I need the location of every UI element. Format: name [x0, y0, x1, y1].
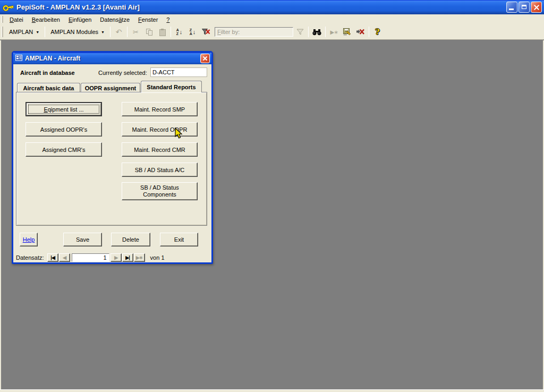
- save-icon: [343, 28, 351, 36]
- help-button[interactable]: Help: [20, 233, 38, 246]
- sort-ascending-button[interactable]: AZ ↓: [173, 26, 185, 38]
- equipment-list-button[interactable]: Eqipment list ...: [26, 102, 102, 116]
- restore-button[interactable]: [518, 2, 530, 13]
- toolbar-separator: [110, 27, 110, 37]
- amplan-menu-button[interactable]: AMPLAN ▼: [5, 27, 43, 37]
- aircraft-dialog: AMPLAN - Aircraft Aircraft in database C…: [12, 51, 213, 264]
- record-navigator: Datensatz: |◀ ◀ ▶ ▶| ▶∗ von 1: [16, 253, 165, 262]
- close-icon: [533, 4, 540, 11]
- find-button[interactable]: [311, 26, 323, 38]
- scissors-icon: ✂: [133, 28, 139, 36]
- undo-icon: ↶: [116, 28, 122, 36]
- sb-ad-status-components-button[interactable]: SB / AD Status Components: [122, 182, 198, 200]
- first-record-icon: |◀: [50, 255, 54, 260]
- toolbar-grip-handle[interactable]: [2, 27, 3, 37]
- filter-by-input[interactable]: Filter by:: [215, 27, 293, 37]
- toolbar-separator: [308, 27, 309, 37]
- workspace-area: AMPLAN - Aircraft Aircraft in database C…: [0, 40, 544, 389]
- toolbar-separator: [369, 27, 369, 37]
- toolbar-separator: [127, 27, 128, 37]
- record-number-field[interactable]: [72, 253, 109, 262]
- help-button[interactable]: ?: [371, 26, 384, 38]
- tab-oopr-assignment[interactable]: OOPR assignment: [81, 83, 140, 92]
- binoculars-icon: [312, 29, 322, 36]
- undo-button[interactable]: ↶: [113, 26, 125, 38]
- record-navigator-label: Datensatz:: [16, 254, 44, 261]
- funnel-x-icon: [202, 29, 210, 36]
- cut-button[interactable]: ✂: [130, 26, 142, 38]
- maint-record-oopr-button[interactable]: Maint. Record OOPR: [122, 122, 198, 137]
- delete-record-icon: [356, 29, 365, 35]
- sb-ad-status-ac-button[interactable]: SB / AD Status A/C: [122, 163, 198, 177]
- save-record-button[interactable]: [341, 26, 353, 38]
- new-record-icon: ▶∗: [330, 29, 337, 35]
- menu-bearbeiten[interactable]: Bearbeiten: [28, 15, 64, 24]
- key-icon: [3, 3, 14, 12]
- menu-bar: Datei Bearbeiten Einfügen Datensätze Fen…: [0, 14, 544, 24]
- delete-button[interactable]: Delete: [111, 233, 150, 246]
- next-record-button[interactable]: ▶: [110, 253, 122, 262]
- minimize-icon: [509, 8, 514, 10]
- menu-datei[interactable]: Datei: [5, 15, 28, 24]
- window-bottom-border: [0, 389, 544, 392]
- window-titlebar[interactable]: PepiSoft - AMPLAN v1.2.3 [Avanti Air]: [0, 0, 544, 14]
- minimize-button[interactable]: [506, 2, 517, 13]
- save-button[interactable]: Save: [63, 233, 102, 246]
- aircraft-in-database-label: Aircraft in database: [20, 70, 75, 76]
- mouse-cursor: [175, 127, 183, 142]
- new-record-icon: ▶∗: [136, 255, 142, 260]
- menu-fenster[interactable]: Fenster: [134, 15, 162, 24]
- previous-record-icon: ◀: [63, 255, 66, 260]
- paste-icon: [159, 29, 165, 36]
- close-icon: [202, 56, 208, 61]
- restore-icon: [522, 5, 526, 9]
- close-button[interactable]: [531, 2, 542, 13]
- last-record-button[interactable]: ▶|: [122, 253, 133, 262]
- maint-record-cmr-button[interactable]: Maint. Record CMR: [122, 142, 198, 157]
- sort-az-icon: AZ ↓: [176, 28, 183, 36]
- exit-button[interactable]: Exit: [160, 233, 198, 246]
- amplan-modules-menu-button[interactable]: AMPLAN Modules ▼: [47, 27, 108, 37]
- paste-button[interactable]: [156, 26, 168, 38]
- record-count-label: von 1: [150, 254, 165, 261]
- help-icon: ?: [375, 27, 380, 37]
- currently-selected-label: Currently selected:: [98, 70, 147, 76]
- new-record-button[interactable]: ▶∗: [328, 26, 340, 38]
- dialog-body: Aircraft in database Currently selected:…: [13, 64, 211, 262]
- funnel-icon: [296, 29, 304, 35]
- tab-standard-reports[interactable]: Standard Reports: [141, 81, 202, 92]
- menu-help[interactable]: ?: [162, 15, 174, 24]
- remove-filter-button[interactable]: [200, 26, 212, 38]
- copy-button[interactable]: [143, 26, 155, 38]
- first-record-button[interactable]: |◀: [47, 253, 58, 262]
- maint-record-smp-button[interactable]: Maint. Record SMP: [122, 102, 198, 116]
- sort-descending-button[interactable]: ZA ↓: [186, 26, 199, 38]
- new-record-button[interactable]: ▶∗: [134, 253, 145, 262]
- sort-za-icon: ZA ↓: [190, 28, 196, 36]
- application-window: PepiSoft - AMPLAN v1.2.3 [Avanti Air] Da…: [0, 0, 544, 392]
- dropdown-arrow-icon: ▼: [36, 30, 39, 34]
- window-title: PepiSoft - AMPLAN v1.2.3 [Avanti Air]: [16, 3, 140, 11]
- toolbar-separator: [325, 27, 326, 37]
- dialog-close-button[interactable]: [200, 54, 210, 63]
- menu-einfuegen[interactable]: Einfügen: [64, 15, 96, 24]
- menubar-grip-handle[interactable]: [2, 16, 3, 23]
- toolbar-separator: [45, 27, 45, 37]
- previous-record-button[interactable]: ◀: [59, 253, 70, 262]
- menu-datensaetze[interactable]: Datensätze: [96, 15, 134, 24]
- assigned-cmrs-button[interactable]: Assigned CMR's: [26, 142, 102, 157]
- currently-selected-field[interactable]: [150, 67, 207, 77]
- dialog-title: AMPLAN - Aircraft: [25, 55, 80, 62]
- toolbar: AMPLAN ▼ AMPLAN Modules ▼ ↶ ✂ AZ ↓ ZA ↓: [0, 24, 544, 40]
- tab-aircraft-basic-data[interactable]: Aircraft basic data: [17, 83, 80, 92]
- assigned-ooprs-button[interactable]: Assigned OOPR's: [26, 122, 102, 137]
- apply-filter-button[interactable]: [294, 26, 306, 38]
- dialog-titlebar[interactable]: AMPLAN - Aircraft: [13, 53, 211, 64]
- form-icon: [15, 54, 22, 63]
- toolbar-separator: [171, 27, 171, 37]
- delete-record-button[interactable]: [354, 26, 367, 38]
- window-controls: [506, 2, 542, 13]
- copy-icon: [146, 29, 152, 35]
- next-record-icon: ▶: [114, 255, 117, 260]
- dropdown-arrow-icon: ▼: [101, 30, 105, 34]
